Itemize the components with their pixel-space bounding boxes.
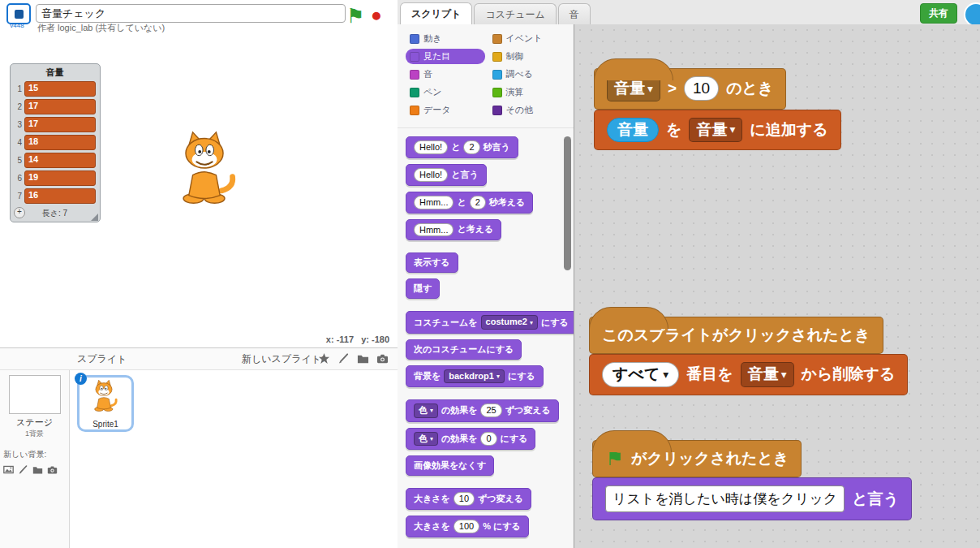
palette-block-8[interactable]: 背景をbackdrop1▾にする — [406, 365, 544, 387]
palette-block-5[interactable]: 隠す — [406, 278, 440, 299]
palette-block-12[interactable]: 大きさを10ずつ変える — [406, 488, 531, 510]
list-add-button[interactable]: + — [14, 207, 25, 218]
loudness-reporter-block[interactable]: 音量 — [607, 118, 659, 142]
palette-block-11[interactable]: 画像効果をなくす — [406, 455, 494, 476]
palette-block-2[interactable]: Hmm...と2秒考える — [406, 192, 533, 214]
text-input[interactable]: Hmm... — [414, 223, 453, 237]
dropdown[interactable]: 音量▾ — [741, 362, 794, 387]
stack-block[interactable]: 音量を音量▾に追加する — [594, 110, 841, 151]
palette-category-4[interactable]: 音 — [406, 67, 485, 82]
palette-category-2[interactable]: 見た目 — [406, 49, 485, 64]
palette-category-8[interactable]: データ — [406, 102, 485, 118]
block-label: 画像効果をなくす — [414, 460, 486, 472]
palette-block-1[interactable]: Hello!と言う — [406, 164, 487, 186]
palette-category-3[interactable]: 制御 — [488, 49, 568, 64]
list-row: 514 — [14, 153, 96, 168]
palette-category-9[interactable]: その他 — [488, 102, 568, 118]
palette-category-6[interactable]: ペン — [406, 84, 485, 100]
dropdown[interactable]: 色▾ — [414, 403, 438, 417]
upload-sprite-icon[interactable] — [357, 352, 369, 365]
mouse-x: x: -117 — [326, 334, 354, 344]
stack-block[interactable]: リストを消したい時は僕をクリックと言う — [592, 477, 912, 520]
text-input[interactable]: Hmm... — [414, 196, 453, 209]
list-row-value[interactable]: 14 — [24, 153, 96, 168]
block-label: 次のコスチュームにする — [414, 343, 514, 356]
camera-icon[interactable] — [47, 464, 58, 475]
backdrop-library-icon[interactable] — [3, 464, 14, 475]
list-monitor[interactable]: 音量 115217317418514619716 + 長さ: 7 — [10, 63, 101, 222]
number-input[interactable]: 25 — [480, 403, 501, 417]
stop-button[interactable]: ● — [371, 6, 382, 24]
dropdown[interactable]: 音量▾ — [607, 76, 660, 101]
app-logo-inner — [15, 10, 24, 19]
palette-block-13[interactable]: 大きさを100% にする — [406, 516, 529, 537]
number-input[interactable]: 0 — [480, 432, 496, 446]
number-input[interactable]: 100 — [453, 520, 479, 533]
share-button[interactable]: 共有 — [920, 3, 957, 24]
palette-category-5[interactable]: 調べる — [488, 67, 568, 82]
palette-block-0[interactable]: Hello!と2秒言う — [406, 136, 518, 158]
number-input[interactable]: 2 — [470, 196, 486, 209]
new-sprite-library-icon[interactable] — [318, 352, 330, 365]
dropdown[interactable]: backdrop1▾ — [444, 369, 505, 383]
block-label: と言う — [852, 489, 899, 510]
number-input[interactable]: 2 — [463, 140, 479, 154]
palette-block-3[interactable]: Hmm...と考える — [406, 219, 501, 241]
list-row-value[interactable]: 19 — [24, 170, 96, 186]
upload-backdrop-icon[interactable] — [32, 464, 43, 475]
project-title-input[interactable] — [36, 4, 346, 23]
green-flag-icon: ⚑ — [605, 448, 624, 469]
list-row: 619 — [14, 170, 96, 186]
dropdown[interactable]: すべて▾ — [602, 362, 679, 387]
palette-scrollbar[interactable] — [564, 136, 571, 270]
list-row-value[interactable]: 15 — [24, 81, 96, 97]
caret-down-icon: ▾ — [530, 318, 533, 327]
number-input[interactable]: 10 — [684, 76, 719, 101]
text-input[interactable]: Hello! — [414, 140, 448, 154]
list-row-value[interactable]: 16 — [24, 188, 96, 204]
dropdown[interactable]: costume2▾ — [481, 315, 538, 329]
number-input[interactable]: 10 — [453, 492, 475, 506]
list-row-value[interactable]: 17 — [24, 99, 96, 114]
palette-category-0[interactable]: 動き — [406, 31, 485, 46]
list-row-value[interactable]: 17 — [24, 117, 96, 132]
sprite-thumbnail-sprite1[interactable]: i Sprite1 — [77, 375, 134, 432]
block-label: と — [451, 141, 460, 153]
script-1: このスプライトがクリックされたときすべて▾番目を音量▾から削除する — [589, 317, 908, 395]
green-flag-button[interactable]: ⚑ — [346, 6, 364, 24]
hat-block[interactable]: 音量▾>10のとき — [594, 68, 786, 110]
hat-block[interactable]: ⚑がクリックされたとき — [592, 440, 802, 477]
block-palette: 動きイベント見た目制御音調べるペン演算データその他 Hello!と2秒言うHel… — [398, 24, 574, 548]
block-label: にする — [501, 433, 528, 445]
stage-thumbnail[interactable] — [9, 375, 61, 414]
scripts-canvas[interactable]: 音量▾>10のとき音量を音量▾に追加するこのスプライトがクリックされたときすべて… — [574, 24, 980, 548]
sprite-cat-image[interactable] — [165, 130, 243, 208]
dropdown[interactable]: 音量▾ — [689, 118, 742, 143]
list-resize-handle[interactable] — [91, 214, 98, 221]
account-button[interactable] — [964, 2, 980, 27]
palette-block-9[interactable]: 色▾の効果を25ずつ変える — [406, 399, 559, 421]
list-row-value[interactable]: 18 — [24, 135, 96, 150]
block-label: の効果を — [441, 404, 478, 416]
palette-block-4[interactable]: 表示する — [406, 252, 458, 273]
palette-category-1[interactable]: イベント — [488, 31, 568, 46]
hat-block[interactable]: このスプライトがクリックされたとき — [589, 317, 883, 354]
stage-thumbnail-label: ステージ — [16, 416, 53, 429]
block-label: 表示する — [414, 257, 450, 269]
dropdown[interactable]: 色▾ — [414, 432, 438, 446]
text-input[interactable]: Hello! — [414, 168, 448, 182]
palette-block-10[interactable]: 色▾の効果を0にする — [406, 428, 535, 450]
sprite-info-icon[interactable]: i — [75, 373, 87, 385]
stack-block[interactable]: すべて▾番目を音量▾から削除する — [589, 354, 908, 395]
list-row: 115 — [14, 81, 96, 97]
palette-block-7[interactable]: 次のコスチュームにする — [406, 339, 522, 360]
block-label: このスプライトがクリックされたとき — [602, 325, 870, 346]
stage-panel: v448 作者 logic_lab (共有していない) ⚑ ● 音量 11521… — [0, 0, 398, 548]
paint-brush-icon[interactable] — [337, 352, 350, 365]
paint-brush-icon[interactable] — [18, 464, 28, 475]
palette-category-7[interactable]: 演算 — [488, 84, 568, 100]
dropdown-value: すべて — [612, 364, 660, 386]
camera-icon[interactable] — [376, 352, 389, 365]
text-input[interactable]: リストを消したい時は僕をクリック — [605, 485, 845, 512]
palette-block-6[interactable]: コスチュームをcostume2▾にする — [406, 311, 574, 333]
